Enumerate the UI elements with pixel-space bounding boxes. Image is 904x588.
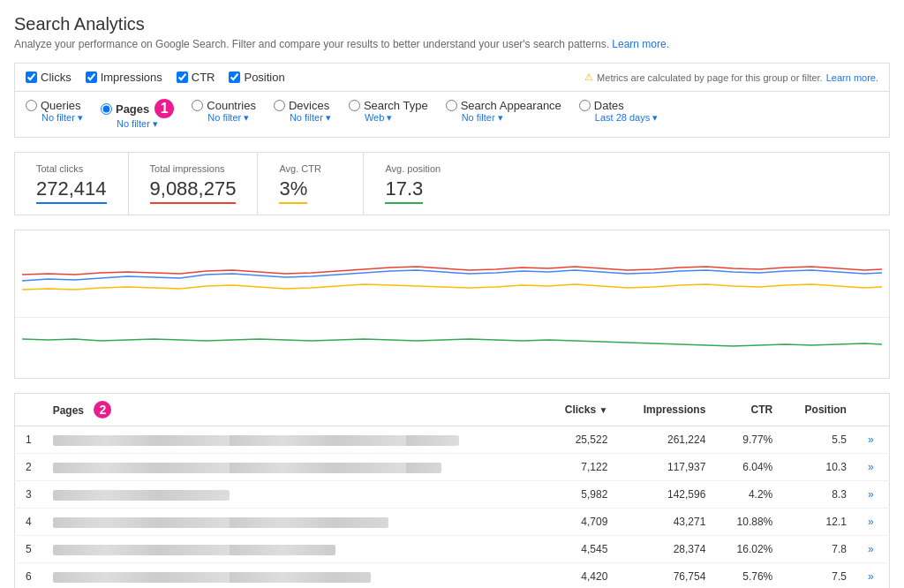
row-ctr: 10.88%	[716, 509, 783, 536]
search-type-radio[interactable]	[349, 100, 360, 111]
expand-icon[interactable]: »	[868, 543, 874, 555]
row-clicks: 25,522	[543, 426, 618, 454]
row-expand[interactable]: »	[857, 454, 890, 481]
table-row[interactable]: 6 4,420 76,754 5.76% 7.5 »	[15, 563, 890, 589]
row-impressions: 261,224	[618, 426, 716, 454]
row-expand[interactable]: »	[857, 563, 890, 589]
stats-row: Total clicks 272,414 Total impressions 9…	[14, 152, 890, 215]
devices-label[interactable]: Devices	[289, 99, 329, 112]
row-expand[interactable]: »	[857, 426, 890, 454]
search-type-label[interactable]: Search Type	[364, 99, 428, 112]
learn-more-link-metrics[interactable]: Learn more.	[826, 72, 878, 83]
filter-devices: Devices No filter ▾	[274, 99, 331, 124]
learn-more-link-top[interactable]: Learn more.	[612, 38, 669, 50]
data-table: Pages 2 Clicks ▼ Impressions CTR Positio…	[14, 393, 890, 588]
dates-filter-value[interactable]: Last 28 days ▾	[595, 112, 658, 124]
table-row[interactable]: 5 4,545 28,374 16.02% 7.8 »	[15, 536, 890, 563]
stat-clicks-value: 272,414	[36, 177, 107, 204]
pages-filter-value[interactable]: No filter ▾	[117, 118, 158, 130]
filter-pages: Pages 1 No filter ▾	[101, 99, 174, 130]
table-row[interactable]: 1 25,522 261,224 9.77% 5.5 »	[15, 426, 890, 454]
sort-arrow-icon: ▼	[599, 405, 607, 415]
countries-filter-value[interactable]: No filter ▾	[207, 112, 249, 124]
stat-ctr-value: 3%	[279, 177, 342, 204]
stat-clicks-label: Total clicks	[36, 163, 107, 174]
table-badge: 2	[94, 401, 111, 418]
expand-icon[interactable]: »	[868, 461, 874, 473]
filter-row: Queries No filter ▾ Pages 1 No filter ▾ …	[14, 92, 890, 138]
table-row[interactable]: 4 4,709 43,271 10.88% 12.1 »	[15, 509, 890, 536]
row-expand[interactable]: »	[857, 481, 890, 509]
col-ctr[interactable]: CTR	[716, 394, 783, 426]
row-expand[interactable]: »	[857, 536, 890, 563]
col-position[interactable]: Position	[783, 394, 857, 426]
page-url-text	[53, 435, 459, 446]
row-impressions: 28,374	[618, 536, 716, 563]
devices-radio[interactable]	[274, 100, 285, 111]
col-impressions[interactable]: Impressions	[618, 394, 716, 426]
row-page-url[interactable]	[42, 481, 544, 509]
queries-filter-value[interactable]: No filter ▾	[41, 112, 83, 124]
devices-filter-value[interactable]: No filter ▾	[290, 112, 331, 124]
stat-impressions-label: Total impressions	[150, 163, 237, 174]
stat-impressions-value: 9,088,275	[150, 177, 237, 204]
chart-container	[14, 230, 890, 379]
metric-position[interactable]: Position	[229, 71, 284, 84]
search-appearance-label[interactable]: Search Appearance	[461, 99, 561, 112]
metric-impressions[interactable]: Impressions	[86, 71, 162, 84]
row-expand[interactable]: »	[857, 509, 890, 536]
row-number: 1	[15, 426, 42, 454]
search-appearance-radio[interactable]	[446, 100, 457, 111]
stat-position-value: 17.3	[385, 177, 448, 204]
warning-icon: ⚠	[584, 72, 593, 83]
row-number: 2	[15, 454, 42, 481]
countries-label[interactable]: Countries	[207, 99, 256, 112]
metric-clicks[interactable]: Clicks	[26, 71, 72, 84]
row-page-url[interactable]	[42, 563, 544, 589]
dates-label[interactable]: Dates	[594, 99, 624, 112]
expand-icon[interactable]: »	[868, 488, 874, 501]
expand-icon[interactable]: »	[868, 516, 874, 528]
row-clicks: 5,982	[543, 481, 618, 509]
row-impressions: 43,271	[618, 509, 716, 536]
row-page-url[interactable]	[42, 509, 544, 536]
dates-radio[interactable]	[579, 100, 591, 111]
row-impressions: 76,754	[618, 563, 716, 589]
row-position: 8.3	[783, 481, 857, 509]
metric-ctr[interactable]: CTR	[177, 71, 215, 84]
row-page-url[interactable]	[42, 454, 544, 481]
expand-icon[interactable]: »	[868, 570, 874, 583]
row-page-url[interactable]	[42, 536, 544, 563]
row-number: 6	[15, 563, 42, 589]
impressions-checkbox[interactable]	[86, 72, 97, 83]
row-number: 4	[15, 509, 42, 536]
countries-radio[interactable]	[192, 100, 203, 111]
pages-badge: 1	[154, 99, 174, 118]
row-position: 12.1	[783, 509, 857, 536]
page-url-text	[53, 545, 335, 555]
queries-radio[interactable]	[26, 100, 37, 111]
lower-chart-svg	[22, 321, 882, 366]
row-page-url[interactable]	[42, 426, 544, 454]
col-clicks[interactable]: Clicks ▼	[543, 394, 618, 426]
col-pages: Pages 2	[42, 394, 544, 426]
pages-label[interactable]: Pages	[116, 102, 149, 116]
search-appearance-filter-value[interactable]: No filter ▾	[462, 112, 503, 124]
pages-radio[interactable]	[101, 103, 112, 115]
stat-avg-position: Avg. position 17.3	[364, 153, 470, 215]
position-checkbox[interactable]	[229, 72, 240, 83]
queries-label[interactable]: Queries	[41, 99, 81, 112]
stat-total-impressions: Total impressions 9,088,275	[129, 153, 259, 215]
search-type-filter-value[interactable]: Web ▾	[365, 112, 392, 124]
table-row[interactable]: 3 5,982 142,596 4.2% 8.3 »	[15, 481, 890, 509]
filter-search-appearance: Search Appearance No filter ▾	[446, 99, 561, 124]
expand-icon[interactable]: »	[868, 433, 874, 446]
table-row[interactable]: 2 7,122 117,937 6.04% 10.3 »	[15, 454, 890, 481]
col-action	[857, 394, 890, 426]
clicks-checkbox[interactable]	[26, 72, 37, 83]
page-url-text	[53, 463, 441, 473]
row-ctr: 4.2%	[716, 481, 783, 509]
chart-upper	[15, 237, 889, 317]
page-title: Search Analytics	[14, 14, 890, 34]
ctr-checkbox[interactable]	[177, 72, 188, 83]
